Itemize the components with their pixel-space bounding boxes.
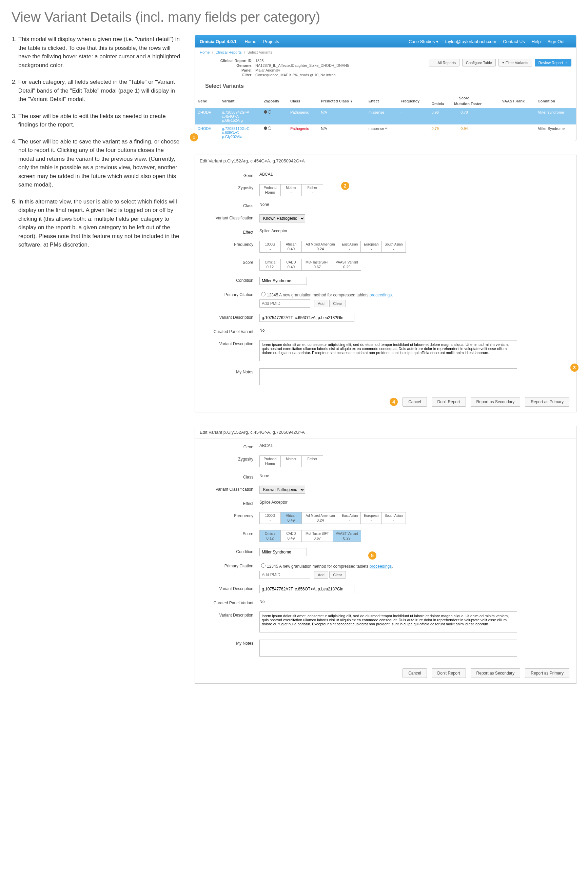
variant-description-input[interactable]: [260, 314, 354, 322]
freq-cell[interactable]: 1000G-: [260, 241, 281, 252]
label-condition: Condition: [202, 277, 260, 283]
nav-signout[interactable]: Sign Out: [547, 39, 565, 44]
table-row[interactable]: DHODH g.72055110G>C c.605G>C p.Gly202Ala…: [195, 125, 576, 141]
th-mutation-taster[interactable]: Mutation Taster: [454, 102, 482, 106]
score-cell-selected[interactable]: VAAST Variant0.29: [333, 530, 361, 542]
pmid-input[interactable]: [260, 299, 310, 308]
variant-description-textarea[interactable]: lorem ipsum dolor sit amet, consectetur …: [260, 340, 517, 361]
cell-frequency: -: [398, 108, 429, 125]
th-zygosity[interactable]: Zygosity: [261, 94, 288, 108]
add-button[interactable]: Add: [314, 300, 328, 307]
nav-home[interactable]: Home: [244, 39, 256, 44]
variant-link[interactable]: g.72050942G>A c.454G>A p.Gly152Arg: [222, 110, 249, 122]
crumb-home[interactable]: Home: [200, 50, 210, 54]
score-cell[interactable]: CADD0.49: [281, 530, 302, 542]
report-secondary-button[interactable]: Report as Secondary: [471, 668, 520, 678]
report-primary-button[interactable]: Report as Primary: [525, 668, 569, 678]
pmid-input[interactable]: [260, 571, 310, 579]
clear-button[interactable]: Clear: [329, 571, 345, 579]
zyg-cell[interactable]: ProbandHomo: [260, 456, 281, 467]
score-cell[interactable]: VAAST Variant0.29: [333, 259, 361, 270]
gene-link[interactable]: DHODH: [198, 126, 211, 131]
zyg-cell[interactable]: Mother-: [281, 185, 302, 196]
th-predicted-class[interactable]: Predicted Class: [318, 94, 366, 108]
cancel-button[interactable]: Cancel: [402, 668, 427, 678]
modal-title: Edit Variant p.Gly152Arg, c.454G>A, g.72…: [195, 426, 576, 438]
app-window: Omicia Opal 4.0.1 Home Projects Case Stu…: [195, 35, 576, 141]
condition-input[interactable]: [260, 277, 307, 285]
freq-cell[interactable]: East Asian-: [339, 241, 361, 252]
my-notes-textarea[interactable]: [260, 368, 517, 385]
topbar: Omicia Opal 4.0.1 Home Projects Case Stu…: [195, 35, 576, 48]
variant-classification-select[interactable]: Known Pathogenic: [260, 214, 305, 222]
table-row[interactable]: DHODH g.72050942G>A c.454G>A p.Gly152Arg…: [195, 108, 576, 125]
condition-input[interactable]: [260, 548, 307, 556]
freq-cell[interactable]: Ad Mixed American0.24: [302, 241, 339, 252]
nav-contact[interactable]: Contact Us: [503, 39, 525, 44]
freq-cell-selected[interactable]: African0.49: [281, 512, 302, 524]
clear-button[interactable]: Clear: [329, 300, 345, 307]
cell-vaast: [487, 108, 500, 125]
value-class: None: [260, 202, 569, 207]
filter-icon: ▾: [502, 60, 504, 65]
freq-cell[interactable]: South Asian-: [382, 241, 405, 252]
score-cell[interactable]: Mut-TasterSIFT0.67: [302, 259, 333, 270]
nav-projects[interactable]: Projects: [263, 39, 279, 44]
my-notes-textarea[interactable]: [260, 639, 517, 657]
variant-description-textarea[interactable]: lorem ipsum dolor sit amet, consectetur …: [260, 611, 517, 632]
score-cell-selected[interactable]: Omicia0.12: [260, 530, 281, 542]
configure-table-button[interactable]: Configure Table: [462, 59, 496, 66]
filter-variants-button[interactable]: ▾Filter Variants: [498, 59, 532, 66]
label-primary-citation: Primary Citation: [202, 291, 260, 297]
freq-cell[interactable]: East Asian-: [339, 512, 361, 524]
th-frequency[interactable]: Frequency: [398, 94, 429, 108]
label-score: Score: [202, 530, 260, 536]
freq-cell[interactable]: South Asian-: [382, 512, 405, 524]
gene-link[interactable]: DHODH: [198, 110, 211, 114]
variant-description-input[interactable]: [260, 585, 354, 593]
zygosity-icon: [264, 110, 271, 114]
th-gene[interactable]: Gene: [195, 94, 219, 108]
cell-class: Pathogenic: [288, 125, 318, 141]
score-cell[interactable]: Omicia0.12: [260, 259, 281, 270]
citation-radio[interactable]: [261, 292, 266, 296]
report-primary-button[interactable]: Report as Primary: [525, 397, 569, 407]
label-gene: Gene: [202, 443, 260, 449]
zyg-cell[interactable]: Father-: [302, 456, 323, 467]
dont-report-button[interactable]: Don't Report: [432, 668, 466, 678]
freq-cell[interactable]: 1000G-: [260, 512, 281, 524]
freq-cell[interactable]: Ad Mixed American0.24: [302, 512, 339, 524]
score-cell[interactable]: CADD0.49: [281, 259, 302, 270]
nav-case-studies[interactable]: Case Studies ▾: [409, 39, 438, 44]
zyg-cell[interactable]: Father-: [302, 185, 323, 196]
variant-link[interactable]: g.72055110G>C c.605G>C p.Gly202Ala: [222, 126, 250, 139]
citation-link[interactable]: proceedings: [370, 564, 392, 569]
nav-help[interactable]: Help: [532, 39, 541, 44]
citation-radio[interactable]: [261, 563, 266, 568]
freq-cell[interactable]: European-: [361, 241, 382, 252]
th-effect[interactable]: Effect: [366, 94, 398, 108]
report-secondary-button[interactable]: Report as Secondary: [471, 397, 520, 407]
th-omicia[interactable]: Omicia: [432, 102, 444, 106]
dont-report-button[interactable]: Don't Report: [432, 397, 466, 407]
zyg-cell[interactable]: Mother-: [281, 456, 302, 467]
freq-cell[interactable]: European-: [361, 512, 382, 524]
freq-cell[interactable]: African0.49: [281, 241, 302, 252]
variant-classification-select[interactable]: Known Pathogenic: [260, 486, 305, 494]
add-button[interactable]: Add: [314, 571, 328, 579]
th-condition[interactable]: Condition: [535, 94, 576, 108]
th-class[interactable]: Class: [288, 94, 318, 108]
zyg-cell[interactable]: ProbandHomo: [260, 185, 281, 196]
crumb-clinical[interactable]: Clinical Reports: [216, 50, 242, 54]
all-reports-button[interactable]: ←All Reports: [429, 59, 459, 66]
th-vaast[interactable]: VAAST Rank: [500, 94, 535, 108]
citation-link[interactable]: proceedings: [370, 293, 392, 297]
score-cell[interactable]: Mut-TasterSIFT0.67: [302, 530, 333, 542]
info-filter-val: Consequence_MAF lt 2%_reads gt 10_No int…: [255, 73, 336, 77]
nav-user[interactable]: taylor@taylorlaubach.com: [445, 39, 496, 44]
label-class: Class: [202, 473, 260, 480]
cell-effect: missense ↖: [366, 125, 398, 141]
th-variant[interactable]: Variant: [219, 94, 261, 108]
cancel-button[interactable]: Cancel: [402, 397, 427, 407]
review-report-button[interactable]: Review Report→: [535, 59, 572, 66]
